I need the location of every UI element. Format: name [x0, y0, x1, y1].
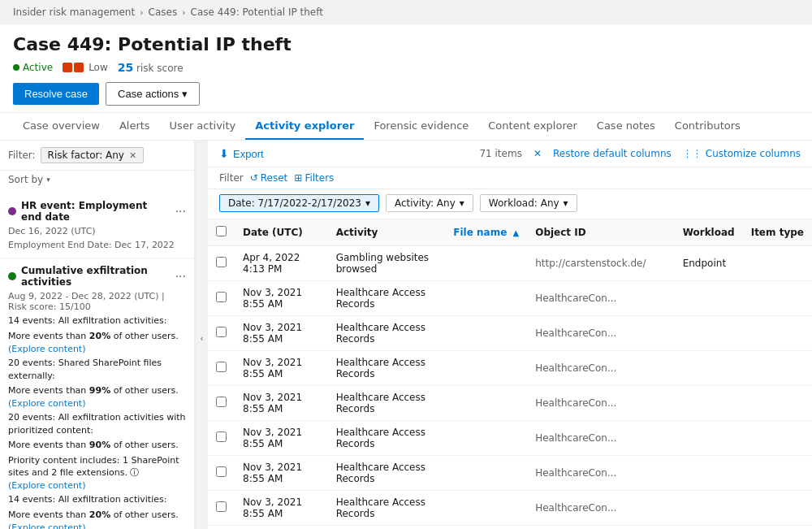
filter-chip-label: Risk factor: Any — [48, 150, 124, 161]
row-objectid-3: HealthcareCon... — [527, 351, 674, 386]
tab-activity-explorer[interactable]: Activity explorer — [245, 113, 364, 140]
row-checkbox-3[interactable] — [208, 351, 235, 386]
table-row: Nov 3, 2021 8:55 AM Healthcare Access Re… — [208, 386, 812, 421]
table-row: Nov 3, 2021 8:55 AM Healthcare Access Re… — [208, 281, 812, 316]
row-workload-7 — [675, 491, 743, 526]
row-checkbox-8[interactable] — [208, 526, 235, 530]
risk-score-value: 25 — [118, 61, 133, 74]
breadcrumb-item-0[interactable]: Insider risk management — [13, 7, 135, 18]
activity-chip[interactable]: Activity: Any ▾ — [386, 194, 473, 212]
row-workload-1 — [675, 281, 743, 316]
row-checkbox-5[interactable] — [208, 421, 235, 456]
col-workload: Workload — [675, 219, 743, 246]
severity-badges: Low — [63, 62, 108, 73]
row-itemtype-6 — [743, 456, 812, 491]
row-checkbox-2[interactable] — [208, 316, 235, 351]
stat-7: 14 events: All exfiltration activities: — [8, 493, 186, 505]
row-activity-1: Healthcare Access Records — [328, 281, 446, 316]
sev-box-1 — [63, 63, 72, 72]
tab-contributors[interactable]: Contributors — [665, 113, 750, 140]
row-checkbox-0[interactable] — [208, 246, 235, 281]
status-label: Active — [23, 62, 53, 73]
event-dot-0 — [8, 207, 16, 215]
stat-3: More events than 99% of other users. — [8, 384, 186, 397]
restore-columns-button[interactable]: Restore default columns — [553, 148, 672, 159]
row-objectid-6: HealthcareCon... — [527, 456, 674, 491]
filter-chip-close-icon[interactable]: ✕ — [129, 150, 136, 161]
workload-chip-chevron-icon: ▾ — [564, 197, 568, 209]
explore-link-1[interactable]: (Explore content) — [8, 398, 85, 409]
row-checkbox-1[interactable] — [208, 281, 235, 316]
reset-button[interactable]: ↺ Reset — [250, 172, 288, 184]
filter-bar-label: Filter: — [8, 150, 36, 161]
row-objectid-4: HealthcareCon... — [527, 386, 674, 421]
event-item-0: HR event: Employment end date ··· Dec 16… — [0, 193, 194, 258]
page-header: Case 449: Potential IP theft Active Low … — [0, 24, 812, 113]
tab-user-activity[interactable]: User activity — [160, 113, 246, 140]
select-all-checkbox[interactable] — [216, 226, 227, 236]
row-activity-0: Gambling websites browsed — [328, 246, 446, 281]
row-date-6: Nov 3, 2021 8:55 AM — [235, 456, 328, 491]
activity-chip-chevron-icon: ▾ — [460, 197, 464, 209]
customize-columns-button[interactable]: ⋮⋮ Customize columns — [683, 148, 801, 159]
sort-row[interactable]: Sort by ▾ — [0, 171, 194, 190]
workload-chip[interactable]: Workload: Any ▾ — [480, 194, 577, 212]
event-dot-1 — [8, 272, 16, 280]
filter-chips-row: Date: 7/17/2022-2/17/2023 ▾ Activity: An… — [208, 189, 812, 219]
items-close-icon: ✕ — [533, 148, 542, 159]
tab-content-explorer[interactable]: Content explorer — [478, 113, 587, 140]
row-checkbox-6[interactable] — [208, 456, 235, 491]
row-itemtype-0 — [743, 246, 812, 281]
event-item-1: Cumulative exfiltration activities ··· A… — [0, 258, 194, 529]
stat-6: Priority content includes: 1 SharePoint … — [8, 454, 186, 479]
breadcrumb-item-1[interactable]: Cases — [149, 7, 178, 18]
tab-case-overview[interactable]: Case overview — [13, 113, 110, 140]
row-checkbox-7[interactable] — [208, 491, 235, 526]
col-checkbox — [208, 219, 235, 246]
row-workload-8: Endpoint — [675, 526, 743, 530]
panel-collapse-button[interactable]: ‹ — [195, 141, 208, 529]
sev-box-2 — [74, 63, 84, 72]
row-objectid-1: HealthcareCon... — [527, 281, 674, 316]
row-workload-6 — [675, 456, 743, 491]
filter-chip[interactable]: Risk factor: Any ✕ — [41, 147, 145, 163]
case-actions-button[interactable]: Case actions ▾ — [106, 82, 200, 106]
case-actions-chevron-icon: ▾ — [182, 88, 188, 100]
row-checkbox-4[interactable] — [208, 386, 235, 421]
row-date-7: Nov 3, 2021 8:55 AM — [235, 491, 328, 526]
date-chip-label: Date: 7/17/2022-2/17/2023 — [228, 197, 361, 209]
explore-link-0[interactable]: (Explore content) — [8, 344, 85, 354]
event-header-1: Cumulative exfiltration activities ··· — [8, 265, 186, 288]
explore-link-3[interactable]: (Explore content) — [8, 522, 85, 529]
tab-case-notes[interactable]: Case notes — [587, 113, 665, 140]
row-date-4: Nov 3, 2021 8:55 AM — [235, 386, 328, 421]
page-title: Case 449: Potential IP theft — [13, 34, 799, 54]
date-chip-chevron-icon: ▾ — [365, 197, 370, 209]
row-activity-2: Healthcare Access Records — [328, 316, 446, 351]
breadcrumb-sep-1: › — [182, 7, 185, 18]
row-filename-5 — [445, 421, 527, 456]
row-date-1: Nov 3, 2021 8:55 AM — [235, 281, 328, 316]
tab-alerts[interactable]: Alerts — [110, 113, 160, 140]
stat-5: More events than 90% of other users. — [8, 439, 186, 451]
col-filename[interactable]: File name ▲ — [445, 219, 527, 246]
filters-button[interactable]: ⊞ Filters — [294, 172, 334, 184]
row-itemtype-3 — [743, 351, 812, 386]
resolve-case-button[interactable]: Resolve case — [13, 83, 99, 105]
toolbar-right: 71 items ✕ Restore default columns ⋮⋮ Cu… — [479, 148, 801, 159]
activity-table: Date (UTC) Activity File name ▲ Object I… — [208, 219, 812, 529]
export-button[interactable]: ⬇ Export — [219, 147, 264, 160]
event-stats-1: 14 events: All exfiltration activities: … — [8, 314, 186, 529]
row-activity-3: Healthcare Access Records — [328, 351, 446, 386]
col-objectid: Object ID — [527, 219, 674, 246]
date-chip[interactable]: Date: 7/17/2022-2/17/2023 ▾ — [219, 194, 379, 212]
event-menu-icon-0[interactable]: ··· — [175, 205, 186, 218]
tab-forensic-evidence[interactable]: Forensic evidence — [364, 113, 478, 140]
filters-icon: ⊞ — [294, 172, 302, 184]
export-label: Export — [233, 148, 264, 160]
explore-link-2[interactable]: (Explore content) — [8, 480, 85, 491]
row-filename-3 — [445, 351, 527, 386]
filter-row-label: Filter — [219, 172, 244, 184]
row-date-0: Apr 4, 2022 4:13 PM — [235, 246, 328, 281]
event-menu-icon-1[interactable]: ··· — [175, 270, 186, 283]
